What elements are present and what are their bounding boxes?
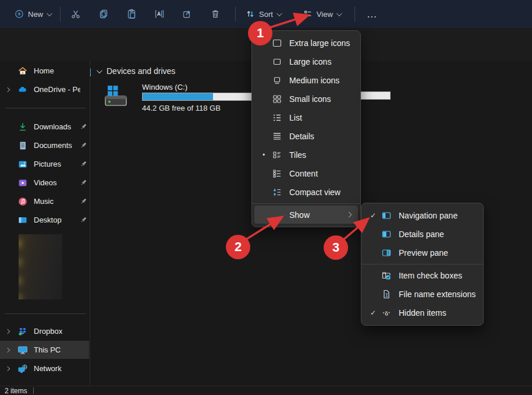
menu-item-compact-view[interactable]: Compact view (252, 183, 360, 202)
menu-item-list[interactable]: List (252, 108, 360, 127)
pin-icon (79, 197, 88, 206)
sidebar-item-onedrive[interactable]: OneDrive - Persona (0, 80, 89, 98)
small-icons-icon (272, 94, 282, 104)
sidebar-item-label: Desktop (34, 216, 62, 224)
hard-drive-icon (104, 84, 128, 109)
new-button[interactable]: New (8, 5, 56, 23)
pin-icon (79, 141, 88, 150)
rename-icon (154, 8, 165, 20)
sidebar-item-label: Pictures (34, 160, 61, 168)
expand-chevron-icon[interactable] (5, 366, 10, 371)
drive-free-space-label: 44.2 GB free of 118 GB (142, 104, 221, 112)
pin-icon (79, 122, 88, 131)
onedrive-icon (17, 84, 28, 95)
drive-windows-c[interactable]: Windows (C:) 44.2 GB free of 118 GB (104, 83, 246, 111)
toolbar-divider (235, 6, 236, 22)
file-explorer-window: New Sort View (0, 0, 532, 395)
see-more-button[interactable]: … (359, 8, 386, 20)
annotation-badge-3: 3 (324, 235, 348, 260)
share-button[interactable] (176, 3, 199, 24)
details-icon (272, 131, 282, 142)
sidebar-item-this-pc[interactable]: This PC (0, 341, 89, 359)
toolbar-divider (354, 6, 355, 22)
expand-chevron-icon[interactable] (5, 329, 10, 333)
large-icons-icon (272, 57, 282, 67)
sidebar-item-documents[interactable]: Documents (0, 136, 89, 154)
check-icon: ✓ (367, 211, 379, 220)
menu-divider (361, 264, 483, 264)
status-bar: 2 items (0, 386, 532, 395)
tiles-icon (272, 150, 282, 160)
sort-button[interactable]: Sort (239, 5, 286, 23)
medium-icons-icon (272, 75, 282, 86)
view-button[interactable]: View (297, 5, 346, 23)
submenu-item-file-name-extensions[interactable]: File name extensions (361, 285, 483, 304)
navigation-pane: Home OneDrive - Persona Downloads Docume… (0, 61, 90, 386)
menu-item-details[interactable]: Details (252, 127, 360, 146)
menu-item-small-icons[interactable]: Small icons (252, 90, 360, 108)
sidebar-item-desktop[interactable]: Desktop (0, 211, 89, 229)
drive-usage-fill (143, 93, 213, 100)
delete-icon (210, 8, 221, 20)
submenu-item-preview-pane[interactable]: Preview pane (361, 244, 483, 262)
sidebar-item-pictures[interactable]: Pictures (0, 155, 89, 173)
list-icon (272, 112, 282, 123)
submenu-item-hidden-items[interactable]: ✓ Hidden items (361, 304, 483, 322)
rename-button[interactable] (148, 3, 171, 24)
menu-item-tiles[interactable]: • Tiles (252, 146, 360, 164)
submenu-item-details-pane[interactable]: Details pane (361, 225, 483, 244)
sidebar-item-label: OneDrive - Persona (34, 85, 80, 94)
home-icon (17, 66, 28, 76)
sidebar-item-videos[interactable]: Videos (0, 174, 89, 192)
hidden-items-icon (381, 308, 392, 318)
share-icon (182, 8, 193, 20)
menu-item-large-icons[interactable]: Large icons (252, 52, 360, 71)
submenu-arrow-icon (346, 212, 352, 218)
delete-button[interactable] (204, 3, 227, 24)
menu-item-content[interactable]: Content (252, 164, 360, 183)
drive-usage-bar (142, 93, 256, 101)
dropbox-icon (17, 326, 28, 337)
sidebar-item-label: Music (34, 197, 54, 206)
devices-and-drives-header[interactable]: Devices and drives (97, 66, 175, 76)
submenu-item-navigation-pane[interactable]: ✓ Navigation pane (361, 206, 483, 225)
paste-button[interactable] (120, 3, 143, 24)
videos-icon (17, 178, 28, 188)
sort-button-label: Sort (259, 10, 273, 19)
drive-name: Windows (C:) (142, 83, 187, 91)
plus-circle-icon (14, 9, 24, 19)
file-name-extensions-icon (381, 289, 392, 299)
view-button-label: View (317, 10, 333, 19)
music-icon (17, 196, 28, 207)
pin-icon (79, 178, 88, 187)
sidebar-item-network[interactable]: Network (0, 359, 89, 378)
sidebar-item-music[interactable]: Music (0, 192, 89, 210)
sidebar-item-label: Home (34, 66, 54, 75)
sidebar-divider (5, 108, 86, 108)
sidebar-item-downloads[interactable]: Downloads (0, 118, 89, 136)
sidebar-item-label: Downloads (34, 122, 71, 131)
show-submenu: ✓ Navigation pane Details pane Preview p… (361, 203, 484, 326)
collapse-chevron-icon[interactable] (97, 68, 102, 73)
sidebar-item-label: Dropbox (34, 327, 62, 336)
cut-button[interactable] (64, 3, 87, 24)
chevron-down-icon (276, 10, 282, 16)
check-icon: ✓ (367, 309, 379, 317)
expand-chevron-icon[interactable] (5, 87, 10, 91)
copy-icon (98, 8, 109, 20)
second-drive-usage-bar (356, 91, 391, 100)
blurred-sidebar-items (19, 234, 62, 299)
menu-item-medium-icons[interactable]: Medium icons (252, 71, 360, 90)
menu-item-show[interactable]: Show (254, 206, 358, 224)
sidebar-item-home[interactable]: Home (0, 62, 89, 80)
menu-divider (252, 203, 360, 204)
selected-bullet: • (258, 151, 269, 159)
desktop-icon (17, 215, 28, 225)
sidebar-item-dropbox[interactable]: Dropbox (0, 322, 89, 340)
toolbar-divider (60, 6, 61, 22)
paste-icon (126, 8, 137, 20)
cut-icon (70, 8, 81, 20)
expand-chevron-icon[interactable] (5, 347, 10, 352)
copy-button[interactable] (92, 3, 115, 24)
submenu-item-item-check-boxes[interactable]: Item check boxes (361, 266, 483, 285)
